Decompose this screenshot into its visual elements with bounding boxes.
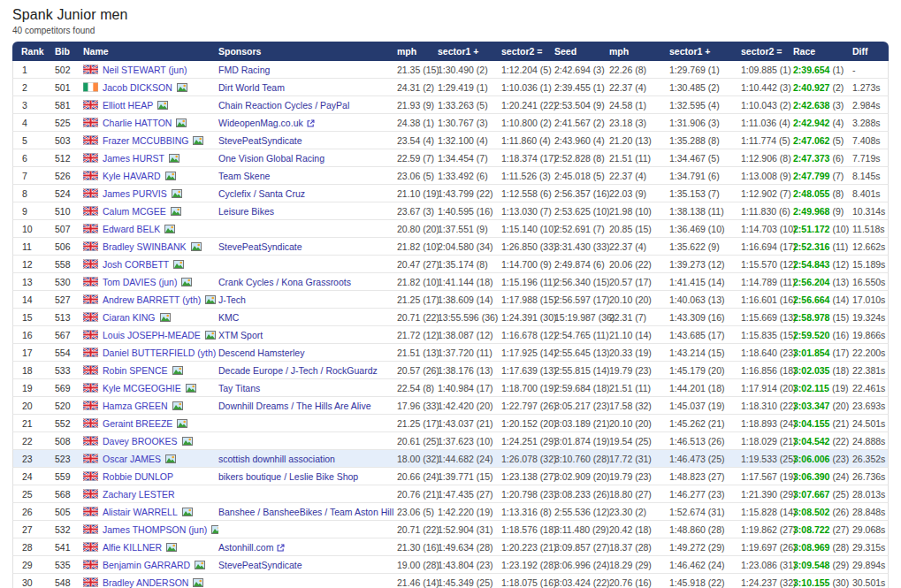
photo-icon[interactable]: [172, 366, 183, 375]
seed-mph-cell: 23.06 (5): [386, 167, 427, 185]
rider-link[interactable]: Benjamin GARRARD: [103, 560, 190, 570]
sponsor-link[interactable]: One Vision Global Racing: [218, 153, 325, 164]
seed-mph-cell: 21.25 (17): [386, 291, 427, 309]
sponsor-link[interactable]: Descend Hamsterley: [218, 347, 304, 358]
rider-link[interactable]: Edward BELK: [103, 224, 160, 234]
rider-link[interactable]: Robin SPENCE: [103, 365, 168, 376]
photo-icon[interactable]: [182, 437, 193, 446]
rider-link[interactable]: Frazer MCCUBBING: [103, 135, 188, 146]
sponsor-link[interactable]: Banshee / BansheeBikes / Team Aston Hill: [218, 507, 393, 517]
race-time: 3:02.035: [793, 365, 829, 376]
rider-link[interactable]: Charlie HATTON: [103, 118, 172, 128]
photo-icon[interactable]: [172, 189, 182, 198]
photo-icon[interactable]: [177, 419, 187, 428]
photo-icon[interactable]: [157, 101, 168, 110]
photo-icon[interactable]: [177, 83, 187, 92]
photo-icon[interactable]: [181, 278, 192, 286]
sponsor-link[interactable]: StevePeatSyndicate: [218, 241, 302, 252]
photo-icon[interactable]: [191, 242, 202, 251]
rider-link[interactable]: Kyle HAVARD: [103, 171, 161, 181]
photo-icon[interactable]: [182, 508, 193, 516]
rider-link[interactable]: Calum MCGEE: [103, 206, 166, 217]
sponsor-link[interactable]: FMD Racing: [218, 65, 270, 75]
photo-icon[interactable]: [176, 118, 187, 127]
rider-link[interactable]: Oscar JAMES: [103, 454, 161, 464]
seed-time-cell: 2:45.018 (5): [544, 167, 599, 185]
sponsor-link[interactable]: Astonhill.com: [218, 542, 273, 553]
sponsor-link[interactable]: WideopenMag.co.uk: [218, 118, 303, 128]
sponsor-link[interactable]: J-Tech: [218, 294, 246, 305]
photo-icon[interactable]: [205, 295, 216, 304]
sponsor-link[interactable]: Team Skene: [218, 171, 270, 181]
rank-cell: 5: [12, 132, 55, 149]
photo-icon[interactable]: [211, 525, 218, 534]
seed-sector2-cell: 1:16.678 (12): [491, 326, 544, 344]
rider-link[interactable]: Kyle MCGEOGHIE: [103, 383, 181, 393]
name-wrap: Geraint BREEZE: [83, 418, 218, 429]
photo-icon[interactable]: [173, 260, 184, 269]
photo-icon[interactable]: [193, 578, 203, 587]
photo-icon[interactable]: [172, 401, 183, 410]
rider-link[interactable]: Tom DAVIES (jun): [103, 277, 177, 287]
rider-link[interactable]: Andrew BARRETT (yth): [103, 294, 201, 305]
name-wrap: Bradley ANDERSON: [83, 577, 218, 588]
sponsor-link[interactable]: StevePeatSyndicate: [218, 135, 302, 146]
rider-link[interactable]: Ciaran KING: [103, 312, 156, 323]
photo-icon[interactable]: [166, 543, 177, 552]
photo-icon[interactable]: [195, 561, 205, 569]
sponsor-link[interactable]: Cyclefix / Santa Cruz: [218, 188, 305, 199]
rider-link[interactable]: James HURST: [103, 153, 164, 164]
sponsor-link[interactable]: scottish downhill association: [218, 454, 335, 464]
sponsor-cell: Crank Cycles / Kona Grassroots: [218, 273, 386, 291]
rider-link[interactable]: Elliott HEAP: [103, 100, 153, 111]
sponsor-link[interactable]: XTM Sport: [218, 330, 263, 340]
sponsor-link[interactable]: StevePeatSyndicate: [218, 560, 302, 570]
rider-link[interactable]: Hamza GREEN: [103, 401, 168, 411]
rider-link[interactable]: Bradley SWINBANK: [103, 241, 187, 252]
name-wrap: Kyle HAVARD: [83, 171, 218, 181]
photo-icon[interactable]: [171, 207, 181, 216]
sponsor-link[interactable]: Crank Cycles / Kona Grassroots: [218, 277, 351, 287]
name-wrap: Robbie DUNLOP: [83, 471, 218, 482]
rider-link[interactable]: Jacob DICKSON: [103, 82, 172, 93]
sponsor-link[interactable]: KMC: [218, 312, 239, 323]
rider-link[interactable]: Daniel BUTTERFIELD (yth): [103, 347, 216, 358]
rider-link[interactable]: Geraint BREEZE: [103, 418, 172, 429]
photo-icon[interactable]: [193, 136, 203, 145]
photo-icon[interactable]: [165, 454, 176, 463]
sponsor-link[interactable]: Decade Europe / J-Tech / RockGuardz: [218, 365, 378, 376]
rider-link[interactable]: Josh CORBETT: [103, 259, 169, 270]
race-sector2-cell: 1:11.774 (5): [730, 132, 783, 149]
rider-link[interactable]: Neil STEWART (jun): [103, 65, 187, 75]
photo-icon[interactable]: [164, 225, 175, 233]
photo-icon[interactable]: [165, 172, 176, 180]
race-rank: (3): [832, 100, 844, 111]
rider-link[interactable]: Davey BROOKES: [103, 436, 178, 447]
seed-time-cell: 2:39.455 (1): [544, 79, 599, 96]
rider-link[interactable]: Alfie KILLNER: [103, 542, 162, 553]
rider-link[interactable]: James PURVIS: [103, 188, 167, 199]
external-link-icon[interactable]: [277, 544, 285, 552]
sponsor-link[interactable]: Chain Reaction Cycles / PayPal: [218, 100, 349, 111]
rider-link[interactable]: Zachary LESTER: [103, 489, 175, 500]
rider-link[interactable]: James THOMPSON (jun): [103, 524, 207, 535]
rider-link[interactable]: Louis JOSEPH-MEADE: [103, 330, 201, 340]
rider-link[interactable]: Alistair WARRELL: [103, 507, 178, 517]
photo-icon[interactable]: [186, 384, 196, 393]
race-sector2-cell: 1:14.789 (11): [730, 273, 783, 291]
rider-link[interactable]: Robbie DUNLOP: [103, 471, 173, 482]
seed-sector2-cell: 1:22.797 (26): [491, 397, 544, 415]
rank-cell: 1: [12, 61, 55, 79]
external-link-icon[interactable]: [307, 119, 315, 127]
sponsor-link[interactable]: Tay Titans: [218, 383, 260, 393]
sponsor-link[interactable]: Dirt World Team: [218, 82, 285, 93]
photo-icon[interactable]: [169, 154, 179, 163]
photo-icon[interactable]: [205, 331, 216, 340]
sponsor-link[interactable]: Downhill Dreams / The Hills Are Alive: [218, 401, 371, 411]
photo-icon[interactable]: [160, 313, 171, 322]
sponsor-link[interactable]: Leisure Bikes: [218, 206, 274, 217]
rider-link[interactable]: Bradley ANDERSON: [103, 577, 188, 588]
race-sector1-cell: 1:44.201 (18): [659, 379, 730, 397]
sponsor-link[interactable]: bikers boutique / Leslie Bike Shop: [218, 471, 358, 482]
seed-sector2-cell: 1:17.988 (15): [491, 291, 544, 309]
